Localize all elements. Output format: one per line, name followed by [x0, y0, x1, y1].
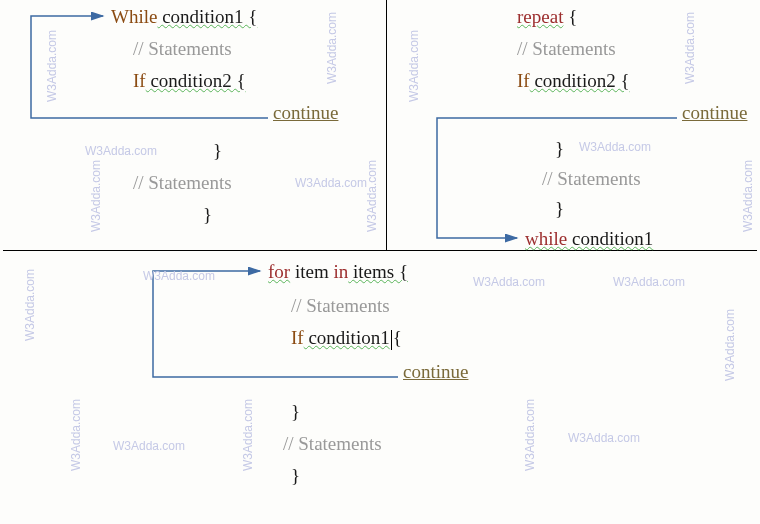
in-keyword: in — [333, 261, 348, 282]
repeat-line2: // Statements — [517, 38, 616, 60]
while-cond: condition1 { — [157, 6, 257, 27]
watermark: W3Adda.com — [69, 399, 83, 471]
while-line3: If condition2 { — [133, 70, 246, 92]
while-close1: } — [213, 140, 222, 162]
for-arrow — [3, 251, 757, 524]
repeat-line6: // Statements — [542, 168, 641, 190]
for-close1: } — [291, 401, 300, 423]
watermark: W3Adda.com — [579, 140, 651, 154]
for-close2: } — [291, 465, 300, 487]
while-line2: // Statements — [133, 38, 232, 60]
watermark: W3Adda.com — [241, 399, 255, 471]
watermark: W3Adda.com — [365, 160, 379, 232]
repeat-line8: while condition1 — [525, 228, 653, 250]
for-line1: for item in items { — [268, 261, 408, 283]
repeat-close2: } — [555, 198, 564, 220]
while-panel: While condition1 { // Statements If cond… — [3, 0, 387, 251]
watermark: W3Adda.com — [85, 144, 157, 158]
text-cursor — [391, 330, 392, 350]
for-line2: // Statements — [291, 295, 390, 317]
watermark: W3Adda.com — [568, 431, 640, 445]
watermark: W3Adda.com — [23, 269, 37, 341]
while-continue: continue — [273, 102, 338, 124]
while-line1: While condition1 { — [111, 6, 257, 28]
while-close2: } — [203, 204, 212, 226]
repeat-panel: repeat { // Statements If condition2 { c… — [387, 0, 757, 251]
while-keyword: While — [111, 6, 157, 27]
watermark: W3Adda.com — [407, 30, 421, 102]
for-line6: // Statements — [283, 433, 382, 455]
while-keyword: while — [525, 228, 567, 249]
watermark: W3Adda.com — [89, 160, 103, 232]
if-cond: condition2 { — [146, 70, 246, 91]
watermark: W3Adda.com — [143, 269, 215, 283]
while-line6: // Statements — [133, 172, 232, 194]
watermark: W3Adda.com — [723, 309, 737, 381]
watermark: W3Adda.com — [613, 275, 685, 289]
watermark: W3Adda.com — [295, 176, 367, 190]
watermark: W3Adda.com — [683, 12, 697, 84]
if-keyword: If — [517, 70, 530, 91]
if-keyword: If — [133, 70, 146, 91]
repeat-keyword: repeat — [517, 6, 563, 27]
for-continue: continue — [403, 361, 468, 383]
repeat-close1: } — [555, 138, 564, 160]
if-keyword: If — [291, 327, 304, 348]
watermark: W3Adda.com — [523, 399, 537, 471]
watermark: W3Adda.com — [45, 30, 59, 102]
repeat-continue: continue — [682, 102, 747, 124]
for-line3: If condition1{ — [291, 327, 402, 350]
for-panel: for item in items { // Statements If con… — [3, 251, 757, 524]
watermark: W3Adda.com — [325, 12, 339, 84]
watermark: W3Adda.com — [473, 275, 545, 289]
if-cond: condition2 { — [530, 70, 630, 91]
repeat-line3: If condition2 { — [517, 70, 630, 92]
watermark: W3Adda.com — [741, 160, 755, 232]
repeat-line1: repeat { — [517, 6, 577, 28]
watermark: W3Adda.com — [113, 439, 185, 453]
for-keyword: for — [268, 261, 290, 282]
